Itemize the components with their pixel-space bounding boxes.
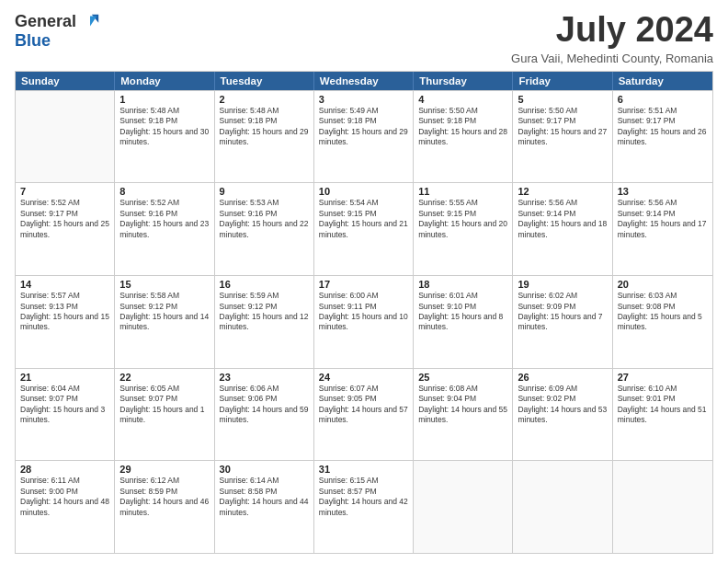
- cal-cell-day-6: 6Sunrise: 5:51 AMSunset: 9:17 PMDaylight…: [613, 91, 712, 183]
- cell-info: Sunrise: 5:48 AMSunset: 9:18 PMDaylight:…: [220, 106, 309, 148]
- cal-cell-day-22: 22Sunrise: 6:05 AMSunset: 9:07 PMDayligh…: [115, 369, 214, 461]
- cell-day-number: 28: [20, 464, 109, 475]
- cell-info: Sunrise: 5:50 AMSunset: 9:18 PMDaylight:…: [418, 106, 507, 148]
- cell-info: Sunrise: 6:15 AMSunset: 8:57 PMDaylight:…: [319, 476, 408, 518]
- cell-info: Sunrise: 6:12 AMSunset: 8:59 PMDaylight:…: [119, 476, 209, 518]
- cell-info: Sunrise: 6:10 AMSunset: 9:01 PMDaylight:…: [618, 384, 708, 426]
- cal-cell-day-8: 8Sunrise: 5:52 AMSunset: 9:16 PMDaylight…: [115, 183, 214, 275]
- cell-day-number: 24: [319, 372, 408, 383]
- cell-info: Sunrise: 5:52 AMSunset: 9:17 PMDaylight:…: [20, 198, 109, 240]
- title-section: July 2024 Gura Vaii, Mehedinti County, R…: [511, 11, 713, 65]
- cal-cell-empty: [513, 461, 612, 553]
- cal-cell-empty: [16, 91, 115, 183]
- cal-header-saturday: Saturday: [613, 72, 712, 90]
- logo-general-text: General: [15, 12, 76, 31]
- cal-cell-day-7: 7Sunrise: 5:52 AMSunset: 9:17 PMDaylight…: [16, 183, 115, 275]
- cell-info: Sunrise: 6:01 AMSunset: 9:10 PMDaylight:…: [418, 291, 507, 333]
- cal-header-friday: Friday: [513, 72, 612, 90]
- cell-day-number: 11: [418, 186, 507, 197]
- cal-cell-day-24: 24Sunrise: 6:07 AMSunset: 9:05 PMDayligh…: [314, 369, 414, 461]
- cal-cell-empty: [414, 461, 513, 553]
- cal-week-1: 1Sunrise: 5:48 AMSunset: 9:18 PMDaylight…: [16, 90, 712, 183]
- cell-day-number: 6: [618, 94, 708, 105]
- cell-day-number: 10: [319, 186, 408, 197]
- cell-day-number: 31: [319, 464, 408, 475]
- cal-cell-day-21: 21Sunrise: 6:04 AMSunset: 9:07 PMDayligh…: [16, 369, 115, 461]
- cell-day-number: 22: [119, 372, 209, 383]
- cell-day-number: 30: [220, 464, 309, 475]
- cal-cell-day-30: 30Sunrise: 6:14 AMSunset: 8:58 PMDayligh…: [215, 461, 314, 553]
- logo-blue-text: Blue: [15, 31, 51, 51]
- cell-info: Sunrise: 6:14 AMSunset: 8:58 PMDaylight:…: [220, 476, 309, 518]
- cal-week-4: 21Sunrise: 6:04 AMSunset: 9:07 PMDayligh…: [16, 368, 712, 461]
- cal-header-thursday: Thursday: [414, 72, 513, 90]
- cell-info: Sunrise: 6:03 AMSunset: 9:08 PMDaylight:…: [618, 291, 708, 333]
- cell-day-number: 26: [518, 372, 607, 383]
- cal-cell-day-1: 1Sunrise: 5:48 AMSunset: 9:18 PMDaylight…: [115, 91, 214, 183]
- cell-info: Sunrise: 6:08 AMSunset: 9:04 PMDaylight:…: [418, 384, 507, 426]
- cal-cell-day-15: 15Sunrise: 5:58 AMSunset: 9:12 PMDayligh…: [115, 276, 214, 368]
- cell-day-number: 14: [20, 279, 109, 290]
- cal-cell-day-17: 17Sunrise: 6:00 AMSunset: 9:11 PMDayligh…: [314, 276, 414, 368]
- cal-cell-day-4: 4Sunrise: 5:50 AMSunset: 9:18 PMDaylight…: [414, 91, 513, 183]
- cell-info: Sunrise: 5:56 AMSunset: 9:14 PMDaylight:…: [518, 198, 607, 240]
- cell-day-number: 4: [418, 94, 507, 105]
- cal-cell-day-9: 9Sunrise: 5:53 AMSunset: 9:16 PMDaylight…: [215, 183, 314, 275]
- cell-info: Sunrise: 6:11 AMSunset: 9:00 PMDaylight:…: [20, 476, 109, 518]
- cal-cell-day-11: 11Sunrise: 5:55 AMSunset: 9:15 PMDayligh…: [414, 183, 513, 275]
- cell-info: Sunrise: 5:57 AMSunset: 9:13 PMDaylight:…: [20, 291, 109, 333]
- cal-cell-day-10: 10Sunrise: 5:54 AMSunset: 9:15 PMDayligh…: [314, 183, 414, 275]
- cal-header-monday: Monday: [115, 72, 214, 90]
- cell-day-number: 25: [418, 372, 507, 383]
- cal-cell-day-12: 12Sunrise: 5:56 AMSunset: 9:14 PMDayligh…: [513, 183, 612, 275]
- cal-cell-day-3: 3Sunrise: 5:49 AMSunset: 9:18 PMDaylight…: [314, 91, 414, 183]
- cell-info: Sunrise: 5:55 AMSunset: 9:15 PMDaylight:…: [418, 198, 507, 240]
- logo-icon: [80, 11, 100, 31]
- cell-info: Sunrise: 6:02 AMSunset: 9:09 PMDaylight:…: [518, 291, 607, 333]
- cell-day-number: 19: [518, 279, 607, 290]
- month-title: July 2024: [511, 11, 713, 50]
- cal-week-2: 7Sunrise: 5:52 AMSunset: 9:17 PMDaylight…: [16, 182, 712, 275]
- cell-day-number: 1: [119, 94, 209, 105]
- cell-info: Sunrise: 6:06 AMSunset: 9:06 PMDaylight:…: [220, 384, 309, 426]
- cell-day-number: 17: [319, 279, 408, 290]
- cell-info: Sunrise: 5:58 AMSunset: 9:12 PMDaylight:…: [119, 291, 209, 333]
- cell-day-number: 16: [220, 279, 309, 290]
- cal-week-5: 28Sunrise: 6:11 AMSunset: 9:00 PMDayligh…: [16, 460, 712, 553]
- cell-day-number: 27: [618, 372, 708, 383]
- cal-cell-empty: [613, 461, 712, 553]
- cal-cell-day-25: 25Sunrise: 6:08 AMSunset: 9:04 PMDayligh…: [414, 369, 513, 461]
- calendar: SundayMondayTuesdayWednesdayThursdayFrid…: [15, 71, 713, 554]
- cell-info: Sunrise: 5:54 AMSunset: 9:15 PMDaylight:…: [319, 198, 408, 240]
- cell-info: Sunrise: 6:05 AMSunset: 9:07 PMDaylight:…: [119, 384, 209, 426]
- cell-day-number: 20: [618, 279, 708, 290]
- cell-info: Sunrise: 5:50 AMSunset: 9:17 PMDaylight:…: [518, 106, 607, 148]
- cell-day-number: 15: [119, 279, 209, 290]
- cell-info: Sunrise: 6:00 AMSunset: 9:11 PMDaylight:…: [319, 291, 408, 333]
- cell-day-number: 9: [220, 186, 309, 197]
- cell-info: Sunrise: 5:53 AMSunset: 9:16 PMDaylight:…: [220, 198, 309, 240]
- cell-day-number: 7: [20, 186, 109, 197]
- cell-info: Sunrise: 5:56 AMSunset: 9:14 PMDaylight:…: [618, 198, 708, 240]
- cal-week-3: 14Sunrise: 5:57 AMSunset: 9:13 PMDayligh…: [16, 275, 712, 368]
- cal-cell-day-14: 14Sunrise: 5:57 AMSunset: 9:13 PMDayligh…: [16, 276, 115, 368]
- cal-cell-day-31: 31Sunrise: 6:15 AMSunset: 8:57 PMDayligh…: [314, 461, 414, 553]
- cell-info: Sunrise: 5:49 AMSunset: 9:18 PMDaylight:…: [319, 106, 408, 148]
- cell-day-number: 2: [220, 94, 309, 105]
- cal-header-tuesday: Tuesday: [215, 72, 314, 90]
- cell-info: Sunrise: 6:09 AMSunset: 9:02 PMDaylight:…: [518, 384, 607, 426]
- cal-cell-day-27: 27Sunrise: 6:10 AMSunset: 9:01 PMDayligh…: [613, 369, 712, 461]
- cell-day-number: 21: [20, 372, 109, 383]
- cal-header-sunday: Sunday: [16, 72, 115, 90]
- calendar-page: General Blue July 2024 Gura Vaii, Mehedi…: [0, 0, 728, 563]
- cell-day-number: 13: [618, 186, 708, 197]
- cell-day-number: 18: [418, 279, 507, 290]
- cal-header-wednesday: Wednesday: [314, 72, 414, 90]
- location: Gura Vaii, Mehedinti County, Romania: [511, 52, 713, 65]
- cell-day-number: 23: [220, 372, 309, 383]
- cal-cell-day-20: 20Sunrise: 6:03 AMSunset: 9:08 PMDayligh…: [613, 276, 712, 368]
- cal-cell-day-28: 28Sunrise: 6:11 AMSunset: 9:00 PMDayligh…: [16, 461, 115, 553]
- cell-day-number: 3: [319, 94, 408, 105]
- cell-day-number: 5: [518, 94, 607, 105]
- cell-info: Sunrise: 6:07 AMSunset: 9:05 PMDaylight:…: [319, 384, 408, 426]
